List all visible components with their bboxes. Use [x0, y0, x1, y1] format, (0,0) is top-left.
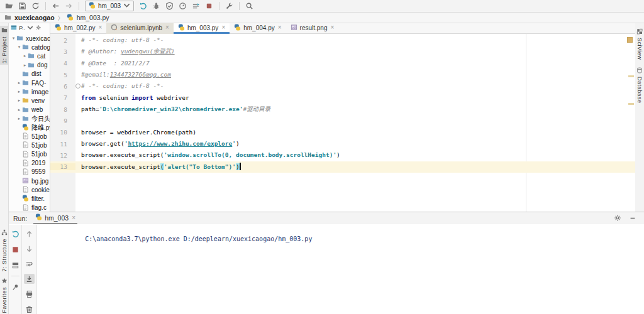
stop-icon[interactable] [10, 244, 21, 254]
tree-item[interactable]: ▾catdog [9, 43, 50, 51]
editor-tab[interactable]: hm_003.py× [174, 23, 230, 34]
tool-button-database[interactable]: Database [635, 67, 644, 104]
fold-marker[interactable] [75, 80, 81, 92]
tree-chevron-icon[interactable]: ▾ [11, 36, 16, 41]
soft-wrap-icon[interactable] [24, 259, 35, 269]
tree-item-label: 9559 [31, 168, 45, 175]
concurrency-icon[interactable] [190, 1, 202, 11]
close-icon[interactable]: × [98, 24, 102, 31]
tree-chevron-icon[interactable]: ▸ [16, 80, 22, 85]
run-configuration-select[interactable]: hm_003 [85, 1, 134, 11]
run-tab[interactable]: hm_003 × [33, 212, 77, 224]
code-line: 9 [50, 115, 635, 126]
open-folder-icon[interactable] [3, 1, 15, 11]
search-icon[interactable] [243, 1, 255, 11]
tree-item[interactable]: ▸web [9, 106, 50, 114]
tree-item[interactable]: dist [9, 70, 50, 78]
run-tab-label: hm_003 [45, 214, 69, 222]
fold-column [75, 92, 81, 104]
tree-item-label: image [31, 89, 48, 95]
gear-icon[interactable] [35, 24, 42, 32]
pin-icon[interactable] [10, 282, 21, 292]
forward-icon[interactable] [63, 1, 75, 11]
tool-button-favorites[interactable]: 2: Favorites [0, 278, 8, 314]
tree-item[interactable]: 降维.py [9, 123, 50, 132]
close-icon[interactable]: × [278, 24, 282, 31]
file-icon [22, 186, 30, 193]
tree-item[interactable]: ▸今日头条 [9, 114, 50, 123]
tree-chevron-icon[interactable]: ▸ [16, 107, 22, 112]
breadcrumb-root[interactable]: xuexicaogao [14, 14, 55, 21]
tree-chevron-icon[interactable]: ▾ [16, 45, 22, 50]
tool-button-sciview[interactable]: SciView [635, 28, 644, 60]
toolbar-separator [45, 2, 46, 10]
fold-column [75, 104, 81, 115]
clear-console-icon[interactable] [24, 304, 35, 314]
tree-item[interactable]: ▸dog [9, 61, 50, 70]
close-icon[interactable]: × [165, 24, 169, 31]
restore-layout-icon[interactable] [10, 260, 21, 270]
editor-tab[interactable]: hm_004.py× [230, 23, 286, 34]
tree-chevron-icon[interactable]: ▸ [16, 89, 22, 94]
scroll-to-end-icon[interactable] [24, 274, 35, 284]
tree-chevron-icon[interactable]: ▸ [22, 63, 28, 68]
tree-item[interactable]: ▸venv [9, 96, 50, 105]
wrench-icon[interactable] [223, 1, 235, 11]
minimize-icon[interactable] [629, 214, 636, 223]
editor-tab[interactable]: hm_002.py× [50, 23, 106, 34]
project-panel-title: P.. [19, 24, 25, 31]
editor-tab[interactable]: selenium.ipynb× [106, 23, 174, 34]
file-icon [22, 141, 30, 149]
tree-item[interactable]: 51job [9, 149, 50, 158]
run-panel-title: Run: [13, 215, 27, 222]
py-file-icon [55, 24, 62, 32]
sync-icon[interactable] [30, 1, 42, 11]
tree-item[interactable]: flag.c [9, 203, 50, 212]
tree-chevron-icon[interactable]: ▸ [16, 116, 22, 121]
tree-item[interactable]: ▸cat [9, 51, 50, 60]
save-all-icon[interactable] [16, 1, 28, 11]
tree-item[interactable]: ▾xuexicaogao [9, 34, 50, 43]
structure-icon [1, 229, 8, 237]
down-stack-trace-icon[interactable] [24, 244, 35, 254]
tree-item[interactable]: 51job [9, 132, 50, 141]
tool-button-project[interactable]: 1: Project [0, 26, 8, 65]
warning-stripe-mark[interactable] [628, 103, 634, 105]
close-icon[interactable]: × [72, 215, 75, 221]
file-icon [22, 124, 30, 131]
debug-icon[interactable] [150, 1, 162, 11]
tree-item-label: filter. [31, 195, 45, 202]
tree-chevron-icon[interactable]: ▸ [22, 53, 28, 58]
tree-item[interactable]: 2019 [9, 159, 50, 168]
warning-stripe-mark[interactable] [628, 75, 634, 77]
run-console[interactable]: C:\anaconda3.7\python.exe D:/deeplearn/x… [37, 225, 644, 314]
back-icon[interactable] [50, 1, 62, 11]
up-stack-trace-icon[interactable] [24, 229, 35, 239]
tree-item[interactable]: cookie [9, 185, 50, 194]
rerun-icon[interactable] [10, 229, 21, 239]
tree-item[interactable]: ▸image [9, 87, 50, 96]
tree-chevron-icon[interactable]: ▸ [16, 98, 22, 103]
code-line: 13browser.execute_script('alert("To Bott… [50, 161, 635, 173]
close-icon[interactable]: × [221, 24, 225, 31]
editor-tab[interactable]: result.png× [286, 23, 339, 34]
profiler-icon[interactable] [177, 1, 189, 11]
inspection-status-indicator[interactable] [627, 37, 633, 43]
tree-item[interactable]: ▸FAQ- [9, 78, 50, 87]
breadcrumb-file[interactable]: hm_003.py [77, 14, 109, 21]
project-panel-header[interactable]: P.. [9, 23, 50, 33]
tree-item[interactable]: 51job [9, 141, 50, 149]
tree-item[interactable]: filter. [9, 194, 50, 203]
print-icon[interactable] [24, 289, 35, 299]
tree-item[interactable]: bg.jpg [9, 176, 50, 185]
tool-button-structure[interactable]: 7: Structure [0, 229, 8, 272]
close-icon[interactable]: × [330, 24, 334, 31]
tree-item[interactable]: 9559 [9, 168, 50, 176]
gear-icon[interactable] [614, 214, 621, 223]
editor-body[interactable]: 2# -*- coding: utf-8 -*-3# @Author: yude… [50, 34, 635, 212]
coverage-icon[interactable] [164, 1, 175, 11]
code-text: browser.execute_script('alert("To Bottom… [81, 161, 635, 173]
pycharm-window: hm_003 xuexicaogao 〉 hm_003.py 1: Projec… [0, 0, 644, 314]
stop-icon[interactable] [203, 1, 215, 11]
run-icon[interactable] [137, 1, 149, 11]
